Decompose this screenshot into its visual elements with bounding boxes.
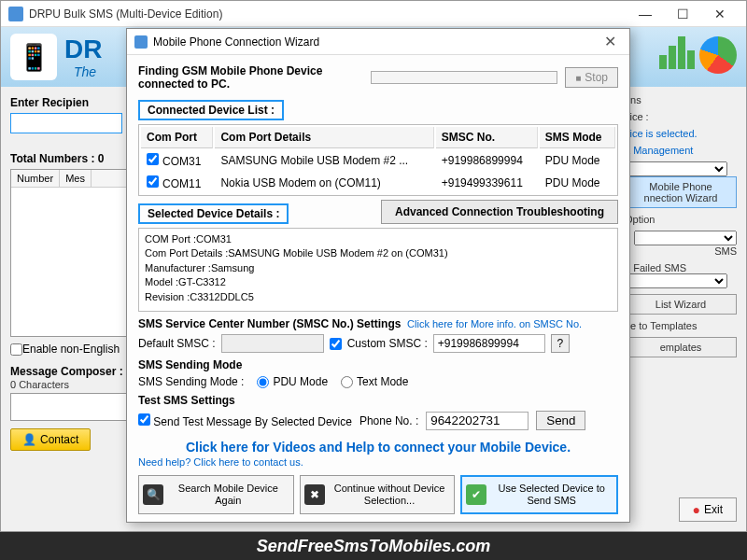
recipient-label: Enter Recipien — [10, 96, 89, 109]
app-icon — [8, 7, 23, 21]
watermark: SendFreeSmsToMobiles.com — [0, 532, 747, 560]
table-row[interactable]: COM11 Nokia USB Modem on (COM11) +919499… — [141, 173, 615, 193]
finding-label: Finding GSM Mobile Phone Device connecte… — [138, 64, 363, 91]
stop-button[interactable]: Stop — [565, 67, 618, 88]
main-title: DRPU Bulk SMS (Multi-Device Edition) — [29, 7, 627, 21]
skip-icon: ✖ — [304, 484, 325, 505]
device-checkbox[interactable] — [147, 175, 159, 188]
custom-smsc-check[interactable] — [330, 338, 342, 350]
exit-button[interactable]: Exit — [679, 497, 737, 522]
wizard-title: Mobile Phone Connection Wizard — [153, 35, 599, 49]
table-row[interactable]: COM31 SAMSUNG Mobile USB Modem #2 ... +9… — [141, 150, 615, 171]
phone-input[interactable] — [426, 412, 529, 430]
list-wizard-button[interactable]: List Wizard — [625, 294, 737, 315]
wizard-titlebar: Mobile Phone Connection Wizard ✕ — [127, 29, 629, 55]
close-button[interactable]: ✕ — [701, 1, 739, 27]
send-test-check[interactable]: Send Test Message By Selected Device — [138, 413, 352, 428]
connection-wizard-button[interactable]: Mobile Phone nnection Wizard — [625, 176, 737, 208]
main-titlebar: DRPU Bulk SMS (Multi-Device Edition) — ☐… — [1, 1, 746, 27]
composer-chars: 0 Characters — [10, 379, 69, 390]
tagline: The — [74, 64, 102, 79]
templates-button[interactable]: emplates — [625, 337, 737, 357]
pdu-mode-radio[interactable]: PDU Mode — [257, 375, 328, 388]
device-checkbox[interactable] — [147, 153, 159, 165]
connection-wizard-dialog: Mobile Phone Connection Wizard ✕ Finding… — [126, 28, 630, 523]
help-contact-link[interactable]: Need help? Click here to contact us. — [138, 456, 618, 468]
logo-text: DR — [64, 35, 102, 63]
check-icon: ✔ — [466, 484, 486, 505]
wizard-close-button[interactable]: ✕ — [599, 33, 622, 50]
recipient-input[interactable] — [10, 113, 122, 133]
details-textarea[interactable]: COM Port :COM31Com Port Details :SAMSUNG… — [138, 228, 618, 312]
smsc-info-link[interactable]: Click here for More info. on SMSC No. — [407, 318, 582, 329]
management-select[interactable] — [625, 161, 727, 176]
text-mode-radio[interactable]: Text Mode — [341, 375, 408, 388]
failed-select[interactable] — [625, 273, 727, 288]
search-again-button[interactable]: 🔍Search Mobile Device Again — [138, 475, 294, 514]
maximize-button[interactable]: ☐ — [664, 1, 701, 27]
use-selected-button[interactable]: ✔Use Selected Device to Send SMS — [460, 475, 618, 514]
banner-charts — [658, 36, 737, 74]
pie-icon — [699, 36, 737, 74]
sms-select[interactable] — [634, 231, 737, 245]
help-videos-link[interactable]: Click here for Videos and Help to connec… — [138, 440, 618, 455]
right-panel: ons vice : vice is selected. a Managemen… — [625, 94, 737, 363]
device-table: Com Port Com Port Details SMSC No. SMS M… — [138, 124, 618, 196]
connected-list-header: Connected Device List : — [138, 100, 284, 120]
smsc-group-label: SMS Service Center Number (SMSC No.) Set… — [138, 317, 401, 330]
contact-button[interactable]: Contact — [10, 428, 91, 451]
search-icon: 🔍 — [143, 484, 163, 505]
smsc-help-button[interactable]: ? — [551, 334, 570, 353]
composer-textarea[interactable] — [10, 393, 141, 421]
advanced-troubleshooting-button[interactable]: Advanced Connection Troubleshooting — [381, 200, 618, 224]
default-smsc-input — [221, 334, 324, 353]
progress-bar — [371, 71, 557, 84]
minimize-button[interactable]: — — [627, 1, 664, 27]
phone-icon — [10, 34, 57, 80]
send-button[interactable]: Send — [536, 411, 585, 430]
wizard-icon — [134, 35, 148, 49]
custom-smsc-input[interactable] — [433, 334, 545, 353]
data-mgmt-link[interactable]: a Management — [625, 145, 737, 156]
continue-without-button[interactable]: ✖Continue without Device Selection... — [300, 475, 456, 514]
numbers-grid[interactable]: NumberMes — [10, 169, 141, 337]
selected-details-header: Selected Device Details : — [138, 203, 289, 224]
